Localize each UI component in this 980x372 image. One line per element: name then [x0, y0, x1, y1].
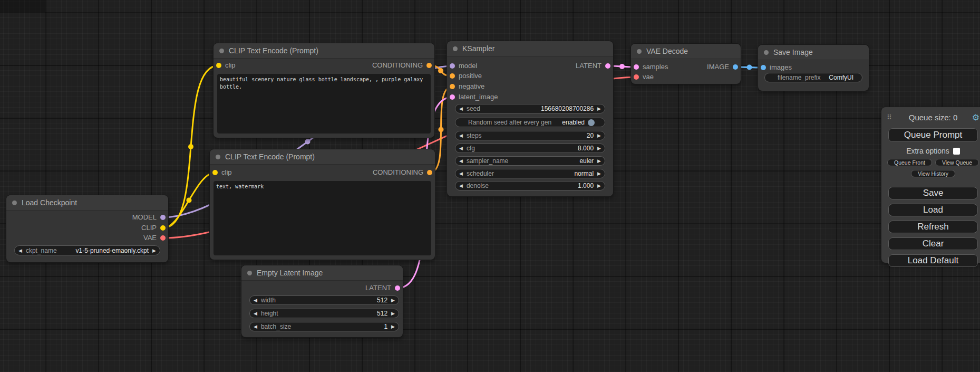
output-slot-label-conditioning: CONDITIONING: [373, 168, 423, 176]
widget-value: 20: [482, 132, 594, 139]
output-slot-label-latent: LATENT: [365, 284, 391, 292]
view-history-button[interactable]: View History: [911, 170, 955, 177]
view-queue-button[interactable]: View Queue: [935, 159, 979, 166]
clip-input-dot[interactable]: [212, 170, 218, 175]
decrement-arrow-icon[interactable]: ◀: [250, 298, 261, 303]
widget-value: enabled: [551, 119, 585, 126]
increment-arrow-icon[interactable]: ▶: [594, 106, 605, 111]
collapse-dot-icon[interactable]: [453, 46, 458, 51]
decrement-arrow-icon[interactable]: ◀: [455, 171, 467, 176]
cfg-widget[interactable]: ◀cfg8.000▶: [455, 144, 605, 153]
vae-output-dot[interactable]: [160, 235, 166, 241]
vae-input-dot[interactable]: [634, 74, 639, 80]
denoise-widget[interactable]: ◀denoise1.000▶: [455, 181, 605, 190]
increment-arrow-icon[interactable]: ▶: [594, 171, 605, 176]
load-button[interactable]: Load: [888, 204, 978, 216]
node-load-checkpoint[interactable]: Load CheckpointMODELCLIPVAE◀ckpt_namev1-…: [6, 195, 168, 262]
load-default-button[interactable]: Load Default: [888, 254, 978, 267]
seed-widget[interactable]: ◀seed156680208700286▶: [455, 104, 605, 113]
scheduler-widget[interactable]: ◀schedulernormal▶: [455, 169, 605, 178]
decrement-arrow-icon[interactable]: ◀: [455, 106, 467, 111]
decrement-arrow-icon[interactable]: ◀: [455, 146, 467, 151]
input-slot-label-vae: vae: [643, 73, 654, 81]
latent-input-dot[interactable]: [634, 64, 639, 70]
collapse-dot-icon[interactable]: [637, 49, 642, 54]
decrement-arrow-icon[interactable]: ◀: [455, 158, 467, 164]
node-save-image[interactable]: Save Imageimagesfilename_prefixComfyUI: [758, 45, 869, 91]
collapse-dot-icon[interactable]: [764, 50, 769, 55]
increment-arrow-icon[interactable]: ▶: [387, 311, 399, 316]
latent-output-dot[interactable]: [395, 285, 400, 291]
collapse-dot-icon[interactable]: [216, 155, 220, 159]
image-input-dot[interactable]: [761, 65, 766, 70]
random-seed-after-every-gen-widget[interactable]: Random seed after every genenabled: [455, 118, 605, 127]
widget-label: ckpt_name: [26, 247, 57, 254]
queue-front-button[interactable]: Queue Front: [887, 159, 932, 166]
latent-input-dot[interactable]: [450, 94, 455, 100]
widget-label: Random seed after every gen: [464, 119, 551, 126]
decrement-arrow-icon[interactable]: ◀: [455, 183, 467, 188]
extra-options-checkbox[interactable]: [953, 148, 960, 155]
widget-value: 1.000: [489, 182, 594, 189]
node-clip-encode-positive[interactable]: CLIP Text Encode (Prompt)clipCONDITIONIN…: [214, 43, 434, 138]
decrement-arrow-icon[interactable]: ◀: [250, 324, 261, 329]
prompt-textarea[interactable]: beautiful scenery nature glass bottle la…: [217, 74, 431, 133]
node-title-bar[interactable]: CLIP Text Encode (Prompt): [214, 43, 434, 59]
node-clip-encode-negative[interactable]: CLIP Text Encode (Prompt)clipCONDITIONIN…: [210, 149, 435, 260]
ckpt-name-widget[interactable]: ◀ckpt_namev1-5-pruned-emaonly.ckpt▶: [14, 245, 160, 255]
increment-arrow-icon[interactable]: ▶: [594, 158, 605, 164]
clip-output-dot[interactable]: [160, 225, 166, 231]
node-ksampler[interactable]: KSamplermodelpositivenegativelatent_imag…: [447, 41, 613, 196]
node-vae-decode[interactable]: VAE DecodesamplesvaeIMAGE: [631, 44, 741, 84]
queue-prompt-button[interactable]: Queue Prompt: [888, 128, 978, 142]
refresh-button[interactable]: Refresh: [888, 221, 978, 233]
input-slot-label-latent_image: latent_image: [459, 93, 498, 101]
widget-label: denoise: [467, 182, 489, 189]
node-title-bar[interactable]: VAE Decode: [631, 44, 741, 59]
increment-arrow-icon[interactable]: ▶: [594, 133, 605, 138]
output-slot-label-latent: LATENT: [576, 62, 601, 70]
increment-arrow-icon[interactable]: ▶: [387, 324, 399, 329]
save-button[interactable]: Save: [888, 187, 978, 199]
conditioning-output-dot[interactable]: [427, 170, 432, 175]
decrement-arrow-icon[interactable]: ◀: [15, 248, 26, 253]
increment-arrow-icon[interactable]: ▶: [594, 183, 605, 188]
node-title-bar[interactable]: Empty Latent Image: [241, 265, 403, 281]
comfyui-canvas[interactable]: Load CheckpointMODELCLIPVAE◀ckpt_namev1-…: [0, 0, 980, 372]
width-widget[interactable]: ◀width512▶: [249, 295, 399, 305]
node-title-bar[interactable]: CLIP Text Encode (Prompt): [210, 149, 435, 165]
collapse-dot-icon[interactable]: [219, 49, 224, 53]
sampler-name-widget[interactable]: ◀sampler_nameeuler▶: [455, 156, 605, 166]
decrement-arrow-icon[interactable]: ◀: [250, 311, 261, 316]
node-title-bar[interactable]: Load Checkpoint: [6, 195, 168, 211]
queue-panel-header: ⠿ Queue size: 0 ⚙: [881, 113, 980, 123]
input-slot-label-negative: negative: [459, 82, 484, 90]
model-output-dot[interactable]: [160, 215, 166, 220]
increment-arrow-icon[interactable]: ▶: [387, 298, 399, 303]
filename-prefix-widget[interactable]: filename_prefixComfyUI: [764, 73, 862, 82]
conditioning-input-dot[interactable]: [450, 73, 455, 79]
image-output-dot[interactable]: [733, 64, 738, 70]
batch-size-widget[interactable]: ◀batch_size1▶: [249, 322, 399, 331]
random-seed-toggle-icon[interactable]: [588, 119, 595, 126]
collapse-dot-icon[interactable]: [12, 201, 17, 205]
height-widget[interactable]: ◀height512▶: [249, 309, 399, 318]
node-title-bar[interactable]: KSampler: [447, 41, 613, 56]
model-input-dot[interactable]: [450, 63, 455, 69]
node-empty-latent[interactable]: Empty Latent ImageLATENT◀width512▶◀heigh…: [241, 265, 403, 337]
increment-arrow-icon[interactable]: ▶: [594, 146, 605, 151]
widget-label: batch_size: [261, 323, 291, 330]
latent-output-dot[interactable]: [605, 63, 610, 69]
steps-widget[interactable]: ◀steps20▶: [455, 131, 605, 140]
collapse-dot-icon[interactable]: [247, 271, 252, 275]
conditioning-input-dot[interactable]: [450, 84, 455, 89]
prompt-textarea[interactable]: text, watermark: [214, 181, 431, 255]
increment-arrow-icon[interactable]: ▶: [149, 248, 160, 253]
node-title-bar[interactable]: Save Image: [758, 45, 869, 60]
drag-handle-icon[interactable]: ⠿: [887, 113, 891, 121]
clear-button[interactable]: Clear: [888, 237, 978, 250]
gear-icon[interactable]: ⚙: [972, 113, 979, 122]
clip-input-dot[interactable]: [216, 63, 221, 68]
conditioning-output-dot[interactable]: [426, 63, 432, 68]
decrement-arrow-icon[interactable]: ◀: [455, 133, 467, 138]
